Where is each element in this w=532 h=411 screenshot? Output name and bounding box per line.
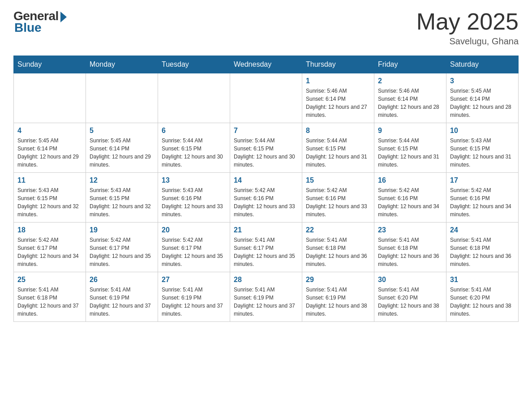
day-info-text: Sunrise: 5:41 AMSunset: 6:20 PMDaylight:… xyxy=(378,286,442,318)
day-info-text: Sunrise: 5:43 AMSunset: 6:15 PMDaylight:… xyxy=(450,137,515,169)
day-info-text: Sunrise: 5:43 AMSunset: 6:15 PMDaylight:… xyxy=(90,186,154,218)
day-number: 7 xyxy=(234,127,298,135)
day-number: 24 xyxy=(450,226,515,234)
calendar-cell: 31Sunrise: 5:41 AMSunset: 6:20 PMDayligh… xyxy=(446,272,519,322)
calendar-week-row: 18Sunrise: 5:42 AMSunset: 6:17 PMDayligh… xyxy=(14,223,519,272)
day-info-text: Sunrise: 5:45 AMSunset: 6:14 PMDaylight:… xyxy=(17,137,82,169)
calendar-cell: 17Sunrise: 5:42 AMSunset: 6:16 PMDayligh… xyxy=(446,173,519,223)
day-header-saturday: Saturday xyxy=(446,56,519,73)
calendar-cell: 28Sunrise: 5:41 AMSunset: 6:19 PMDayligh… xyxy=(230,272,302,322)
calendar-cell: 18Sunrise: 5:42 AMSunset: 6:17 PMDayligh… xyxy=(14,223,86,272)
day-info-text: Sunrise: 5:41 AMSunset: 6:19 PMDaylight:… xyxy=(234,286,298,318)
calendar-cell: 26Sunrise: 5:41 AMSunset: 6:19 PMDayligh… xyxy=(86,272,158,322)
calendar-cell: 3Sunrise: 5:45 AMSunset: 6:14 PMDaylight… xyxy=(446,73,519,123)
day-number: 25 xyxy=(17,276,82,284)
calendar-cell: 9Sunrise: 5:44 AMSunset: 6:15 PMDaylight… xyxy=(374,123,446,173)
calendar-cell: 21Sunrise: 5:41 AMSunset: 6:17 PMDayligh… xyxy=(230,223,302,272)
day-number: 22 xyxy=(306,226,370,234)
calendar-week-row: 25Sunrise: 5:41 AMSunset: 6:18 PMDayligh… xyxy=(14,272,519,322)
day-info-text: Sunrise: 5:41 AMSunset: 6:17 PMDaylight:… xyxy=(234,236,298,268)
day-info-text: Sunrise: 5:44 AMSunset: 6:15 PMDaylight:… xyxy=(378,137,442,169)
calendar-cell: 7Sunrise: 5:44 AMSunset: 6:15 PMDaylight… xyxy=(230,123,302,173)
day-info-text: Sunrise: 5:43 AMSunset: 6:16 PMDaylight:… xyxy=(162,186,226,218)
calendar-cell: 25Sunrise: 5:41 AMSunset: 6:18 PMDayligh… xyxy=(14,272,86,322)
day-info-text: Sunrise: 5:43 AMSunset: 6:15 PMDaylight:… xyxy=(17,186,82,218)
day-number: 29 xyxy=(306,276,370,284)
calendar-cell: 11Sunrise: 5:43 AMSunset: 6:15 PMDayligh… xyxy=(14,173,86,223)
day-number: 17 xyxy=(450,176,515,184)
day-number: 30 xyxy=(378,276,442,284)
logo: General Blue xyxy=(13,9,67,35)
day-info-text: Sunrise: 5:41 AMSunset: 6:18 PMDaylight:… xyxy=(306,236,370,268)
day-info-text: Sunrise: 5:42 AMSunset: 6:17 PMDaylight:… xyxy=(162,236,226,268)
logo-arrow-icon xyxy=(60,12,67,22)
day-number: 9 xyxy=(378,127,442,135)
day-info-text: Sunrise: 5:42 AMSunset: 6:16 PMDaylight:… xyxy=(306,186,370,218)
calendar-cell: 10Sunrise: 5:43 AMSunset: 6:15 PMDayligh… xyxy=(446,123,519,173)
calendar-cell: 13Sunrise: 5:43 AMSunset: 6:16 PMDayligh… xyxy=(158,173,230,223)
calendar-cell: 2Sunrise: 5:46 AMSunset: 6:14 PMDaylight… xyxy=(374,73,446,123)
day-number: 6 xyxy=(162,127,226,135)
day-number: 11 xyxy=(17,176,82,184)
day-info-text: Sunrise: 5:41 AMSunset: 6:18 PMDaylight:… xyxy=(378,236,442,268)
day-header-wednesday: Wednesday xyxy=(230,56,302,73)
day-info-text: Sunrise: 5:44 AMSunset: 6:15 PMDaylight:… xyxy=(306,137,370,169)
day-number: 19 xyxy=(90,226,154,234)
calendar-cell: 6Sunrise: 5:44 AMSunset: 6:15 PMDaylight… xyxy=(158,123,230,173)
day-number: 16 xyxy=(378,176,442,184)
calendar-cell xyxy=(230,73,302,123)
day-header-monday: Monday xyxy=(86,56,158,73)
day-info-text: Sunrise: 5:45 AMSunset: 6:14 PMDaylight:… xyxy=(450,87,515,119)
day-number: 20 xyxy=(162,226,226,234)
calendar-cell: 24Sunrise: 5:41 AMSunset: 6:18 PMDayligh… xyxy=(446,223,519,272)
calendar-week-row: 4Sunrise: 5:45 AMSunset: 6:14 PMDaylight… xyxy=(14,123,519,173)
calendar-cell: 20Sunrise: 5:42 AMSunset: 6:17 PMDayligh… xyxy=(158,223,230,272)
calendar-week-row: 1Sunrise: 5:46 AMSunset: 6:14 PMDaylight… xyxy=(14,73,519,123)
day-header-tuesday: Tuesday xyxy=(158,56,230,73)
day-info-text: Sunrise: 5:42 AMSunset: 6:17 PMDaylight:… xyxy=(90,236,154,268)
month-title: May 2025 xyxy=(416,9,519,34)
day-number: 26 xyxy=(90,276,154,284)
calendar-cell: 22Sunrise: 5:41 AMSunset: 6:18 PMDayligh… xyxy=(302,223,374,272)
calendar-cell: 5Sunrise: 5:45 AMSunset: 6:14 PMDaylight… xyxy=(86,123,158,173)
day-number: 2 xyxy=(378,77,442,85)
day-info-text: Sunrise: 5:42 AMSunset: 6:16 PMDaylight:… xyxy=(450,186,515,218)
calendar-week-row: 11Sunrise: 5:43 AMSunset: 6:15 PMDayligh… xyxy=(14,173,519,223)
calendar-cell: 29Sunrise: 5:41 AMSunset: 6:19 PMDayligh… xyxy=(302,272,374,322)
day-header-friday: Friday xyxy=(374,56,446,73)
calendar-cell xyxy=(158,73,230,123)
day-info-text: Sunrise: 5:41 AMSunset: 6:20 PMDaylight:… xyxy=(450,286,515,318)
day-info-text: Sunrise: 5:42 AMSunset: 6:16 PMDaylight:… xyxy=(234,186,298,218)
day-header-sunday: Sunday xyxy=(14,56,86,73)
day-info-text: Sunrise: 5:41 AMSunset: 6:19 PMDaylight:… xyxy=(306,286,370,318)
day-number: 12 xyxy=(90,176,154,184)
day-info-text: Sunrise: 5:41 AMSunset: 6:19 PMDaylight:… xyxy=(90,286,154,318)
day-number: 27 xyxy=(162,276,226,284)
day-header-thursday: Thursday xyxy=(302,56,374,73)
day-number: 28 xyxy=(234,276,298,284)
day-number: 5 xyxy=(90,127,154,135)
calendar-cell: 23Sunrise: 5:41 AMSunset: 6:18 PMDayligh… xyxy=(374,223,446,272)
logo-blue-text: Blue xyxy=(14,21,42,35)
location-subtitle: Savelugu, Ghana xyxy=(416,36,519,47)
day-info-text: Sunrise: 5:41 AMSunset: 6:18 PMDaylight:… xyxy=(17,286,82,318)
day-number: 1 xyxy=(306,77,370,85)
calendar-table: SundayMondayTuesdayWednesdayThursdayFrid… xyxy=(13,56,519,322)
calendar-cell xyxy=(14,73,86,123)
day-number: 23 xyxy=(378,226,442,234)
day-info-text: Sunrise: 5:46 AMSunset: 6:14 PMDaylight:… xyxy=(378,87,442,119)
day-number: 21 xyxy=(234,226,298,234)
day-number: 3 xyxy=(450,77,515,85)
calendar-cell: 15Sunrise: 5:42 AMSunset: 6:16 PMDayligh… xyxy=(302,173,374,223)
day-info-text: Sunrise: 5:42 AMSunset: 6:17 PMDaylight:… xyxy=(17,236,82,268)
calendar-cell: 16Sunrise: 5:42 AMSunset: 6:16 PMDayligh… xyxy=(374,173,446,223)
calendar-cell: 1Sunrise: 5:46 AMSunset: 6:14 PMDaylight… xyxy=(302,73,374,123)
calendar-header-row: SundayMondayTuesdayWednesdayThursdayFrid… xyxy=(14,56,519,73)
day-info-text: Sunrise: 5:46 AMSunset: 6:14 PMDaylight:… xyxy=(306,87,370,119)
day-info-text: Sunrise: 5:42 AMSunset: 6:16 PMDaylight:… xyxy=(378,186,442,218)
calendar-cell: 8Sunrise: 5:44 AMSunset: 6:15 PMDaylight… xyxy=(302,123,374,173)
day-info-text: Sunrise: 5:44 AMSunset: 6:15 PMDaylight:… xyxy=(234,137,298,169)
day-number: 14 xyxy=(234,176,298,184)
calendar-cell: 14Sunrise: 5:42 AMSunset: 6:16 PMDayligh… xyxy=(230,173,302,223)
day-info-text: Sunrise: 5:41 AMSunset: 6:19 PMDaylight:… xyxy=(162,286,226,318)
